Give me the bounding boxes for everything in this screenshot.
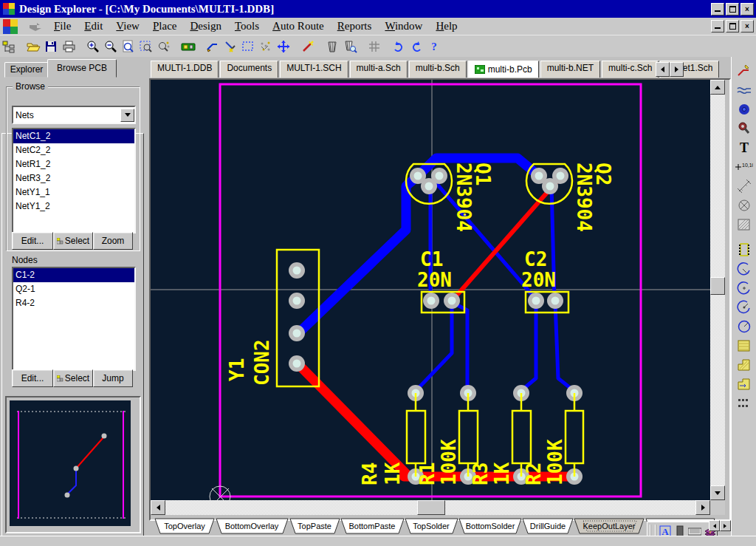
redo-icon[interactable] (408, 38, 425, 55)
place-room-icon[interactable] (735, 197, 753, 214)
label-r1-value[interactable]: 100K (438, 439, 460, 485)
place-polygon-plane-icon[interactable] (735, 357, 753, 373)
scroll-right-icon[interactable] (695, 500, 710, 515)
doc-tab-multi-a-sch[interactable]: multi-a.Sch (350, 61, 408, 78)
unroute-tool-icon[interactable] (221, 38, 239, 55)
print-icon[interactable] (60, 38, 78, 55)
menu-detach-icon[interactable] (28, 22, 47, 31)
close-button[interactable]: × (740, 3, 754, 16)
net-zoom-button[interactable]: Zoom (93, 232, 133, 250)
swap-3d-view-icon[interactable] (323, 38, 341, 55)
doc-tab-multi1-ddb[interactable]: MULTI-1.DDB (151, 61, 219, 78)
restore-button[interactable] (726, 3, 739, 16)
label-r3-ref[interactable]: R3 (470, 463, 492, 485)
online-drc-wand-icon[interactable] (299, 38, 317, 55)
vertical-scrollbar[interactable] (710, 80, 725, 500)
node-jump-button[interactable]: Jump (93, 369, 133, 387)
doc-tab-multi-b-sch[interactable]: multi-b.Sch (409, 61, 467, 78)
vertical-scroll-thumb[interactable] (710, 277, 725, 295)
place-arc-edge-icon[interactable] (735, 261, 753, 277)
menu-view[interactable]: View (109, 19, 146, 33)
nodes-list[interactable]: C1-2 Q2-1 R4-2 (12, 267, 136, 371)
net-list-item[interactable]: NetY1_2 (13, 199, 134, 214)
label-y1-value[interactable]: CON2 (251, 339, 273, 386)
mdi-minimize-button[interactable] (711, 20, 724, 33)
minimize-button[interactable] (711, 3, 724, 16)
label-c2-value[interactable]: 20N (521, 269, 556, 291)
net-select-button[interactable]: Select (53, 232, 93, 250)
menu-design[interactable]: Design (183, 19, 228, 33)
pads[interactable] (289, 168, 583, 485)
layer-tab-scroll-left-icon[interactable] (709, 520, 720, 531)
label-r4-ref[interactable]: R4 (359, 463, 381, 485)
multi-trace-icon[interactable] (735, 82, 753, 98)
horizontal-scrollbar[interactable] (151, 500, 710, 515)
toggle-grid-icon[interactable] (365, 38, 383, 55)
layer-tab-toppaste[interactable]: TopPaste (290, 519, 340, 533)
mdi-close-button[interactable]: × (740, 20, 754, 33)
label-q2-value[interactable]: 2N3904 (573, 163, 595, 232)
node-list-item[interactable]: Q2-1 (13, 282, 134, 296)
layer-tab-bottompaste[interactable]: BottomPaste (341, 519, 404, 533)
node-list-item[interactable]: R4-2 (13, 296, 134, 310)
layer-tab-scroll-right-icon[interactable] (720, 520, 731, 531)
node-edit-button[interactable]: Edit... (12, 369, 53, 387)
label-c1-value[interactable]: 20N (417, 269, 452, 291)
mdi-restore-button[interactable] (726, 20, 739, 33)
save-icon[interactable] (42, 38, 60, 55)
zoom-area-icon[interactable] (137, 38, 155, 55)
swap-3d-zoom-icon[interactable] (341, 38, 359, 55)
undo-icon[interactable] (390, 38, 408, 55)
move-component-icon[interactable] (275, 38, 292, 55)
split-plane-icon[interactable] (735, 376, 753, 392)
menu-reports[interactable]: Reports (331, 19, 379, 33)
label-r4-value[interactable]: 1K (382, 462, 404, 485)
document-icon[interactable] (3, 19, 18, 34)
scroll-up-icon[interactable] (710, 80, 725, 95)
combo-dropdown-button[interactable] (120, 109, 134, 122)
label-c1-ref[interactable]: C1 (420, 248, 443, 270)
place-via-icon[interactable] (735, 120, 753, 137)
label-r2-ref[interactable]: R2 (523, 463, 545, 485)
place-arc-center-icon[interactable] (735, 280, 753, 296)
net-list-item[interactable]: NetR3_2 (13, 171, 134, 185)
layer-tab-keepoutlayer[interactable]: KeepOutLayer (574, 519, 644, 533)
outline-r3[interactable] (512, 411, 531, 463)
layer-tab-topoverlay[interactable]: TopOverlay (155, 519, 214, 533)
label-r1-ref[interactable]: R1 (416, 463, 439, 485)
scroll-left-icon[interactable] (151, 500, 165, 515)
menu-file[interactable]: File (47, 19, 78, 33)
menu-tools[interactable]: Tools (228, 19, 266, 33)
place-fill-hatched-icon[interactable] (735, 216, 753, 233)
zoom-document-icon[interactable] (120, 38, 137, 55)
zoom-in-icon[interactable] (84, 38, 102, 55)
zoom-out-icon[interactable] (102, 38, 120, 55)
outline-r2[interactable] (566, 411, 583, 463)
layer-tab-bottomoverlay[interactable]: BottomOverlay (216, 519, 288, 533)
nets-list[interactable]: NetC1_2 NetC2_2 NetR1_2 NetR3_2 NetY1_1 … (12, 128, 136, 233)
label-r2-value[interactable]: 100K (544, 439, 566, 485)
tab-explorer[interactable]: Explorer (4, 62, 49, 78)
select-area-icon[interactable] (239, 38, 257, 55)
scroll-down-icon[interactable] (710, 485, 725, 500)
pcb-canvas[interactable]: Q1 2N3904 Q2 2N3904 C1 20N C2 20N Y1 CON… (151, 80, 710, 500)
doc-tab-multi-b-net[interactable]: multi-b.NET (540, 61, 600, 78)
menu-edit[interactable]: Edit (78, 19, 109, 33)
place-coordinate-icon[interactable]: 10,10 (735, 159, 753, 175)
place-component-icon[interactable] (735, 242, 753, 258)
doc-tab-scroll-right-icon[interactable] (670, 62, 684, 77)
doc-tab-scroll-left-icon[interactable] (656, 62, 670, 77)
place-text-icon[interactable]: T (735, 140, 753, 156)
pad-array-icon[interactable] (735, 395, 753, 412)
horizontal-scroll-thumb[interactable] (417, 500, 445, 515)
open-document-icon[interactable] (24, 38, 42, 55)
menu-window[interactable]: Window (378, 19, 429, 33)
interactive-routing-icon[interactable] (735, 63, 753, 79)
menu-auto-route[interactable]: Auto Route (266, 19, 331, 33)
label-q1-value[interactable]: 2N3904 (453, 163, 475, 232)
place-fill-icon[interactable] (735, 338, 753, 354)
layer-tab-topsolder[interactable]: TopSolder (405, 519, 458, 533)
help-icon[interactable]: ? (425, 38, 443, 55)
browse-mode-combo[interactable]: Nets (12, 106, 136, 124)
outline-r1[interactable] (459, 411, 478, 463)
